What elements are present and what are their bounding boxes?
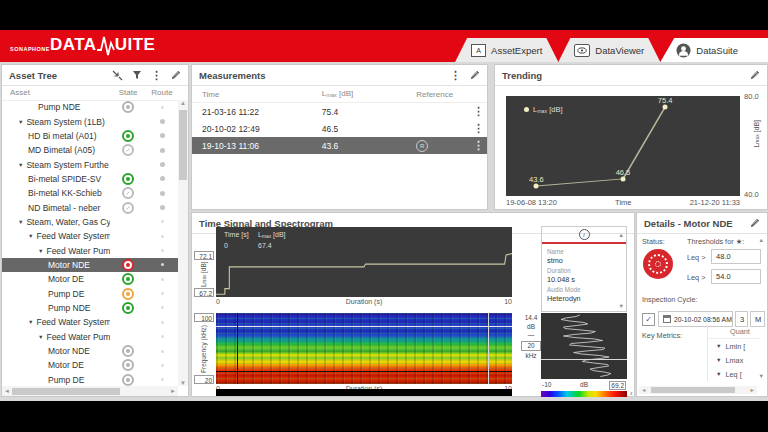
dropdown-arrow-icon[interactable]: ▼ <box>716 343 721 349</box>
panel-title: Measurements <box>199 70 266 81</box>
expand-arrow-icon[interactable]: ▼ <box>18 162 23 168</box>
leq-threshold-input-1[interactable]: 48.0 <box>711 249 761 264</box>
scroll-left-icon[interactable]: ‹ <box>630 389 633 398</box>
edit-pencil-icon[interactable] <box>750 218 760 228</box>
details-panel: Details - Motor NDE Status: Thresholds f… <box>636 212 768 397</box>
asset-name: Motor NDE <box>48 260 90 270</box>
asset-name: Steam System (1LB) <box>26 117 104 127</box>
inspection-checkbox[interactable]: ✓ <box>642 313 655 326</box>
asset-label: ▼Steam System Furthe <box>2 160 110 170</box>
expand-arrow-icon[interactable]: ▼ <box>38 334 43 340</box>
playhead-line[interactable] <box>488 313 489 384</box>
state-icon <box>122 288 134 300</box>
kebab-menu-icon[interactable]: ⋮ <box>473 105 487 118</box>
tree-row[interactable]: Pump DE <box>2 286 178 300</box>
tab-dataviewer[interactable]: DataViewer <box>558 38 660 62</box>
scroll-up-icon[interactable]: ▲ <box>619 232 624 238</box>
edit-pencil-icon[interactable] <box>750 70 760 80</box>
data-point-label: 46.5 <box>616 168 631 177</box>
tree-row[interactable]: Motor NDE <box>2 344 178 358</box>
x-axis-start: 19-06-08 13:20 <box>506 198 557 207</box>
brand-text-right: UITE <box>115 34 156 56</box>
tree-row[interactable]: HD Bi metal (A01) <box>2 129 178 143</box>
tree-row[interactable]: ND Bimetal - neber <box>2 200 178 214</box>
tab-datasuite[interactable]: DataSuite <box>660 38 768 62</box>
route-cell <box>146 378 178 381</box>
tree-row[interactable]: ▼Feed Water System ( <box>2 229 178 243</box>
vertical-scrollbar[interactable]: ▲▼ <box>178 100 188 386</box>
spectrogram[interactable] <box>216 313 512 384</box>
state-cell <box>110 202 146 214</box>
trending-chart[interactable]: Lmax [dB] 43.646.575.4 <box>506 96 740 196</box>
expand-arrow-icon[interactable]: ▼ <box>28 233 33 239</box>
horizontal-scrollbar[interactable]: ◄► <box>2 386 178 396</box>
info-card-header: i ▲ <box>542 227 626 244</box>
tree-row[interactable]: ▼Feed Water Pump ( <box>2 330 178 344</box>
y-axis-min: 40.0 <box>744 190 759 199</box>
scroll-down-icon[interactable]: ▼ <box>619 303 624 309</box>
key-metric-label: Lmax <box>725 356 743 365</box>
collapse-all-icon[interactable] <box>112 70 123 81</box>
audio-scrub-bar[interactable] <box>216 389 512 396</box>
leq-threshold-input-2[interactable]: 54.0 <box>711 269 761 284</box>
tree-row[interactable]: Bi-metal SPIDE-SV <box>2 172 178 186</box>
tree-row[interactable]: Pump NDE <box>2 100 178 114</box>
tab-label: DataViewer <box>595 45 644 56</box>
expand-arrow-icon[interactable]: ▼ <box>18 219 23 225</box>
timesignal-chart[interactable]: Time [s]Lmax [dB] 067.4 <box>216 227 512 297</box>
measurement-row[interactable]: 20-10-02 12:4946.5⋮ <box>192 120 487 137</box>
asset-name: Pump DE <box>48 289 84 299</box>
scroll-down-icon[interactable]: ▼ <box>759 373 764 379</box>
tree-row[interactable]: MD Bimetal (A05) <box>2 143 178 157</box>
measurement-row[interactable]: 21-03-16 11:2275.4⋮ <box>192 103 487 120</box>
route-dot-icon <box>161 364 164 367</box>
dropdown-arrow-icon[interactable]: ▼ <box>716 357 721 363</box>
measurement-reference: R <box>416 140 473 152</box>
leq-threshold-label-2: Leq > <box>687 273 705 282</box>
tree-row[interactable]: ▼Steam System Furthe <box>2 157 178 171</box>
expand-arrow-icon[interactable]: ▼ <box>38 248 43 254</box>
scroll-up-icon[interactable]: ▲ <box>759 237 764 243</box>
edit-pencil-icon[interactable] <box>171 70 181 80</box>
pulse-icon <box>97 34 115 56</box>
key-metric-label: Leq [ <box>725 370 741 379</box>
expand-arrow-icon[interactable]: ▼ <box>18 119 23 125</box>
asset-label: Pump DE <box>2 375 110 385</box>
key-metric-row[interactable]: ▼Leq [ <box>708 367 760 381</box>
edit-pencil-icon[interactable] <box>470 70 480 80</box>
key-metrics-label: Key Metrics: <box>642 331 682 340</box>
tree-row[interactable]: Bi-metal KK-Schieb <box>2 186 178 200</box>
app-header: SONAPHONE DATA UITE A AssetExpert DataVi… <box>0 30 768 62</box>
inspection-cycle-label: Inspection Cycle: <box>642 295 698 304</box>
cursor-readout: 14.4 dB — 20 kHz <box>521 314 541 360</box>
lower-band-line <box>216 371 512 372</box>
tree-row[interactable]: ▼Feed Water System ( <box>2 315 178 329</box>
dropdown-arrow-icon[interactable]: ▼ <box>716 371 721 377</box>
asset-tree-panel: Asset Tree ⋮ Asset State Route Pump NDE▼… <box>1 64 189 397</box>
asset-label: Pump NDE <box>2 102 110 112</box>
tree-row[interactable]: ▼Steam System (1LB) <box>2 114 178 128</box>
trending-panel: Trending Lmax [dB] 43.646.575.4 80.0 40.… <box>494 64 768 210</box>
tree-row[interactable]: Motor DE <box>2 272 178 286</box>
filter-icon[interactable] <box>132 70 142 80</box>
tree-row[interactable]: ▼Feed Water Pump ( <box>2 243 178 257</box>
kebab-menu-icon[interactable]: ⋮ <box>151 70 162 80</box>
measurement-row[interactable]: 19-10-13 11:0643.6R⋮ <box>192 137 487 154</box>
horizontal-scrollbar[interactable]: ◄► <box>639 386 757 394</box>
tree-row[interactable]: Pump DE <box>2 373 178 386</box>
asset-name: Steam, Water, Gas Cycl <box>26 217 110 227</box>
tree-row[interactable]: ▼Steam, Water, Gas Cycl <box>2 215 178 229</box>
kebab-menu-icon[interactable]: ⋮ <box>473 122 487 135</box>
tree-row[interactable]: Pump NDE <box>2 301 178 315</box>
tree-row[interactable]: Motor DE <box>2 358 178 372</box>
route-dot-icon <box>161 378 164 381</box>
kebab-menu-icon[interactable]: ⋮ <box>473 139 487 152</box>
expand-arrow-icon[interactable]: ▼ <box>28 319 33 325</box>
tab-assetexpert[interactable]: A AssetExpert <box>455 38 558 62</box>
key-metric-row[interactable]: ▼Lmin [ <box>708 339 760 353</box>
tree-row[interactable]: Motor NDE <box>2 258 178 272</box>
cursor-line[interactable] <box>237 313 238 384</box>
kebab-menu-icon[interactable]: ⋮ <box>450 70 461 80</box>
x-axis-label: Time <box>615 198 631 207</box>
key-metric-row[interactable]: ▼Lmax <box>708 353 760 367</box>
